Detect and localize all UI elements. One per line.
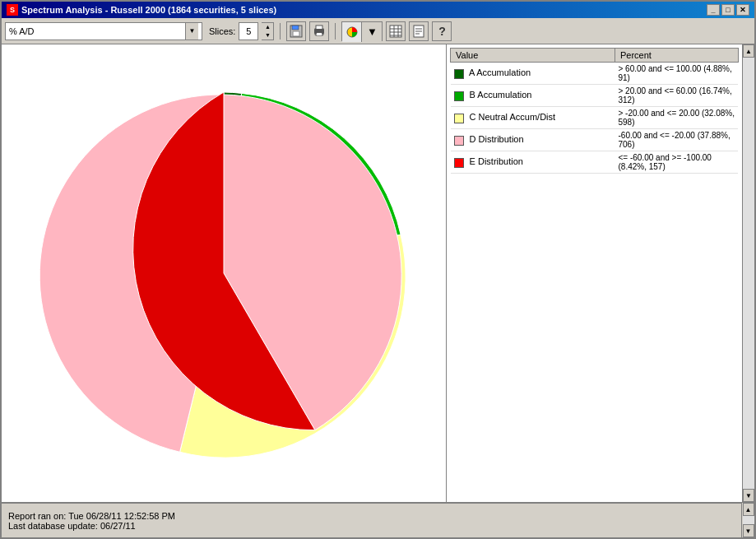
report-icon — [412, 25, 425, 38]
legend-row: C Neutral Accum/Dist > -20.00 and <= 20.… — [451, 107, 739, 129]
minimize-button[interactable]: _ — [707, 4, 720, 16]
slices-spinner[interactable]: ▲ ▼ — [262, 22, 274, 40]
bottom-area: Report ran on: Tue 06/28/11 12:52:58 PM … — [2, 502, 754, 537]
print-button[interactable] — [309, 21, 329, 41]
legend-range: -60.00 and <= -20.00 (37.88%, 706) — [615, 129, 739, 151]
pie-chart-svg — [18, 67, 429, 479]
window-title: Spectrum Analysis - Russell 2000 (1864 s… — [21, 5, 276, 15]
slices-input[interactable] — [239, 22, 258, 40]
print-icon — [313, 25, 326, 38]
report-button[interactable] — [409, 21, 429, 41]
legend-row: A Accumulation > 60.00 and <= 100.00 (4.… — [451, 63, 739, 85]
toolbar-separator-2 — [335, 23, 336, 39]
table-button[interactable] — [386, 21, 406, 41]
legend-row: E Distribution <= -60.00 and >= -100.00 … — [451, 151, 739, 174]
pie-chart-button[interactable] — [342, 22, 362, 42]
legend-col-value: Value — [451, 49, 615, 63]
svg-rect-1 — [292, 26, 299, 30]
legend-area: Value Percent A Accumulation > 60.00 and… — [446, 44, 742, 502]
table-icon — [389, 25, 402, 38]
legend-label: C Neutral Accum/Dist — [451, 107, 615, 129]
legend-label: B Accumulation — [451, 85, 615, 107]
maximize-button[interactable]: □ — [721, 4, 735, 16]
save-icon — [290, 25, 303, 38]
close-button[interactable]: ✕ — [736, 4, 749, 16]
legend-label-text: A Accumulation — [469, 67, 531, 77]
toolbar: % A/D ▼ Slices: ▲ ▼ — [2, 18, 754, 44]
legend-range: <= -60.00 and >= -100.00 (8.42%, 157) — [615, 151, 739, 174]
scroll-down-button-2[interactable]: ▼ — [743, 524, 754, 537]
scroll-down-button[interactable]: ▼ — [743, 489, 754, 502]
dropdown-arrow-icon[interactable]: ▼ — [185, 23, 198, 39]
content-area: Value Percent A Accumulation > 60.00 and… — [2, 44, 754, 502]
legend-row: B Accumulation > 20.00 and <= 60.00 (16.… — [451, 85, 739, 107]
scroll-track — [743, 58, 754, 489]
status-bar: Report ran on: Tue 06/28/11 12:52:58 PM … — [2, 503, 741, 537]
legend-table: Value Percent A Accumulation > 60.00 and… — [450, 48, 739, 174]
legend-label-text: C Neutral Accum/Dist — [470, 112, 556, 122]
legend-label-text: B Accumulation — [470, 90, 532, 100]
legend-label: E Distribution — [451, 151, 615, 174]
legend-row: D Distribution -60.00 and <= -20.00 (37.… — [451, 129, 739, 151]
legend-color-swatch — [454, 136, 464, 146]
indicator-dropdown[interactable]: % A/D ▼ — [5, 22, 202, 40]
scrollbar-right: ▲ ▼ — [742, 44, 754, 502]
status-line1: Report ran on: Tue 06/28/11 12:52:58 PM — [8, 511, 735, 521]
legend-range: > -20.00 and <= 20.00 (32.08%, 598) — [615, 107, 739, 129]
dropdown-value: % A/D — [9, 26, 35, 36]
legend-color-swatch — [454, 69, 464, 79]
pie-chart-icon — [346, 26, 359, 39]
legend-range: > 60.00 and <= 100.00 (4.88%, 91) — [615, 63, 739, 85]
legend-color-swatch — [454, 114, 464, 123]
pie-chart — [18, 67, 429, 479]
spinner-up-button[interactable]: ▲ — [262, 23, 273, 31]
legend-color-swatch — [454, 91, 464, 101]
legend-label: A Accumulation — [451, 63, 615, 85]
svg-rect-3 — [294, 32, 299, 35]
chart-type-group: ▼ — [341, 21, 383, 41]
legend-label-text: D Distribution — [470, 134, 524, 144]
title-bar-left: S Spectrum Analysis - Russell 2000 (1864… — [7, 4, 276, 16]
scrollbar-bottom-right: ▲ ▼ — [741, 503, 754, 537]
title-controls: _ □ ✕ — [707, 4, 749, 16]
main-window: S Spectrum Analysis - Russell 2000 (1864… — [0, 0, 756, 539]
slices-label: Slices: — [209, 26, 235, 36]
app-icon: S — [7, 4, 18, 16]
save-button[interactable] — [286, 21, 306, 41]
scroll-track-2 — [743, 516, 754, 524]
color-dropdown-button[interactable]: ▼ — [362, 22, 382, 42]
legend-label: D Distribution — [451, 129, 615, 151]
legend-col-percent: Percent — [615, 49, 739, 63]
legend-color-swatch — [454, 158, 464, 168]
chart-area — [2, 44, 446, 502]
status-line2: Last database update: 06/27/11 — [8, 521, 735, 531]
toolbar-separator-1 — [280, 23, 281, 39]
scroll-up-button-2[interactable]: ▲ — [743, 503, 754, 516]
spinner-down-button[interactable]: ▼ — [262, 31, 273, 39]
scroll-up-button[interactable]: ▲ — [743, 44, 754, 58]
help-button[interactable]: ? — [432, 21, 452, 41]
legend-label-text: E Distribution — [470, 156, 523, 166]
title-bar: S Spectrum Analysis - Russell 2000 (1864… — [2, 2, 754, 18]
svg-rect-8 — [317, 33, 322, 35]
legend-range: > 20.00 and <= 60.00 (16.74%, 312) — [615, 85, 739, 107]
